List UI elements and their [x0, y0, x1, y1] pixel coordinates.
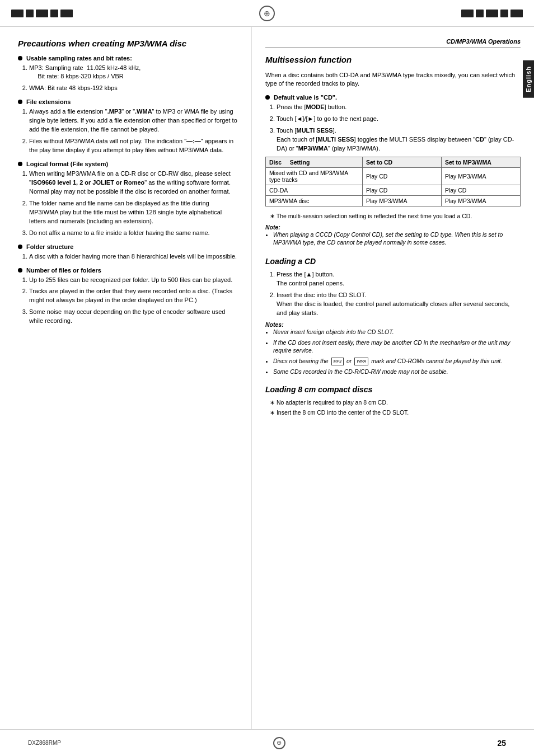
decor-block-4 — [50, 10, 58, 17]
table-row: MP3/WMA disc Play MP3/WMA Play MP3/WMA — [266, 196, 521, 206]
decor-block-1 — [11, 10, 24, 17]
note-label: Note: — [265, 224, 280, 231]
file-ext-item-2: Files without MP3/WMA data will not play… — [29, 137, 238, 155]
bullet-dot-2 — [18, 100, 22, 104]
compass-icon: ⊕ — [259, 6, 275, 21]
usable-item-1: MP3: Sampling rate 11.025 kHz-48 kHz, Bi… — [29, 64, 238, 82]
note-list: When playing a CCCD (Copy Control CD), s… — [273, 231, 521, 247]
folder-list: A disc with a folder having more than 8 … — [29, 252, 238, 261]
decor-block-r2 — [476, 10, 484, 17]
right-column: English CD/MP3/WMA Operations Multisessi… — [252, 27, 534, 729]
disc-icon-2: WMA — [354, 358, 368, 365]
num-files-heading: Number of files or folders — [18, 267, 238, 274]
loading-8cm-section: Loading 8 cm compact discs No adapter is… — [265, 385, 521, 417]
bottom-center-decor: ⊕ — [273, 737, 285, 749]
table-cell-disc-2: CD-DA — [266, 185, 363, 196]
table-row: CD-DA Play CD Play CD — [266, 185, 521, 196]
loading-cd-step-2: Insert the disc into the CD SLOT.When th… — [277, 291, 521, 318]
decor-block-r5 — [510, 10, 523, 17]
table-cell-cd-1: Play CD — [362, 168, 441, 185]
left-section-title: Precautions when creating MP3/WMA disc — [18, 38, 238, 49]
num-files-item-1: Up to 255 files can be recognized per fo… — [29, 276, 238, 285]
decor-block-5 — [60, 10, 73, 17]
multisession-intro: When a disc contains both CD-DA and MP3/… — [265, 71, 521, 89]
bullet-dot-4 — [18, 245, 22, 249]
table-cell-cd-2: Play CD — [362, 185, 441, 196]
file-ext-heading: File extensions — [18, 98, 238, 105]
usable-list: MP3: Sampling rate 11.025 kHz-48 kHz, Bi… — [29, 64, 238, 93]
top-bar: ⊕ — [0, 0, 534, 27]
asterisk-note-1: The multi-session selection setting is r… — [270, 212, 521, 220]
loading-note-1: Never insert foreign objects into the CD… — [273, 328, 521, 336]
table-cell-mp3-1: Play MP3/WMA — [441, 168, 520, 185]
decor-block-r3 — [486, 10, 498, 17]
folder-item-1: A disc with a folder having more than 8 … — [29, 252, 238, 261]
loading-notes-list: Never insert foreign objects into the CD… — [273, 328, 521, 376]
bottom-bar: DXZ868RMP ⊕ 25 — [0, 729, 534, 756]
table-cell-disc-1: Mixed with CD and MP3/WMA type tracks — [266, 168, 363, 185]
loading-notes-block: Notes: Never insert foreign objects into… — [265, 321, 521, 376]
logical-item-2: The folder name and file name can be dis… — [29, 199, 238, 226]
top-bar-left-decor — [11, 10, 73, 17]
loading-note-3: Discs not bearing the MP3 or WMA mark an… — [273, 357, 521, 365]
table-header-setcd: Set to CD — [362, 157, 441, 168]
disc-icon-1: MP3 — [331, 358, 344, 365]
loading-cd-step-1: Press the [▲] button.The control panel o… — [277, 270, 521, 288]
left-column: Precautions when creating MP3/WMA disc U… — [0, 27, 252, 729]
default-step-3: Touch [MULTI SESS].Each touch of [MULTI … — [277, 126, 521, 153]
table-cell-cd-3: Play MP3/WMA — [362, 196, 441, 206]
decor-block-2 — [26, 10, 34, 17]
table-cell-mp3-3: Play MP3/WMA — [441, 196, 520, 206]
loading-notes-label: Notes: — [265, 321, 284, 328]
section-header: CD/MP3/WMA Operations — [265, 38, 521, 48]
loading-cd-steps: Press the [▲] button.The control panel o… — [277, 270, 521, 318]
table-cell-disc-3: MP3/WMA disc — [266, 196, 363, 206]
table-header-setmp3: Set to MP3/WMA — [441, 157, 520, 168]
model-number: DXZ868RMP — [28, 740, 61, 746]
bullet-dot-1 — [18, 56, 22, 60]
logical-heading: Logical format (File system) — [18, 161, 238, 167]
top-bar-center-compass: ⊕ — [259, 6, 275, 21]
num-files-item-3: Some noise may occur depending on the ty… — [29, 308, 238, 326]
file-ext-list: Always add a file extension ".MP3" or ".… — [29, 107, 238, 155]
decor-block-r4 — [500, 10, 508, 17]
num-files-list: Up to 255 files can be recognized per fo… — [29, 276, 238, 326]
main-content: Precautions when creating MP3/WMA disc U… — [0, 27, 534, 729]
page-number: 25 — [497, 739, 506, 748]
default-steps-list: Press the [MODE] button. Touch [◄]/[►] t… — [277, 103, 521, 153]
logical-item-1: When writing MP3/WMA file on a CD-R disc… — [29, 170, 238, 196]
table-row: Mixed with CD and MP3/WMA type tracks Pl… — [266, 168, 521, 185]
decor-block-r1 — [461, 10, 474, 17]
loading-cd-title: Loading a CD — [265, 257, 521, 266]
bullet-dot-5 — [18, 268, 22, 273]
loading-8cm-note-1: No adapter is required to play an 8 cm C… — [270, 398, 521, 407]
logical-list: When writing MP3/WMA file on a CD-R disc… — [29, 170, 238, 238]
folder-heading: Folder structure — [18, 243, 238, 250]
multisession-table: Disc Setting Set to CD Set to MP3/WMA Mi… — [265, 157, 521, 206]
top-bar-right-decor — [461, 10, 523, 17]
decor-block-3 — [36, 10, 48, 17]
logical-item-3: Do not affix a name to a file inside a f… — [29, 229, 238, 238]
table-header-disc: Disc Setting — [266, 157, 363, 168]
multisession-title: Multisession function — [265, 54, 521, 65]
page-footer: DXZ868RMP ⊕ 25 — [11, 734, 523, 753]
loading-8cm-title: Loading 8 cm compact discs — [265, 385, 521, 394]
default-step-2: Touch [◄]/[►] to go to the next page. — [277, 115, 521, 124]
default-heading: Default value is "CD". — [265, 94, 521, 101]
bullet-dot-r1 — [265, 95, 270, 100]
loading-note-2: If the CD does not insert easily, there … — [273, 339, 521, 355]
usable-heading: Usable sampling rates and bit rates: — [18, 55, 238, 62]
bullet-dot-3 — [18, 162, 22, 166]
english-tab: English — [523, 60, 534, 98]
usable-item-2: WMA: Bit rate 48 kbps-192 kbps — [29, 84, 238, 93]
file-ext-item-1: Always add a file extension ".MP3" or ".… — [29, 107, 238, 134]
default-step-1: Press the [MODE] button. — [277, 103, 521, 112]
loading-8cm-note-2: Insert the 8 cm CD into the center of th… — [270, 408, 521, 417]
bottom-compass-icon: ⊕ — [273, 737, 285, 749]
loading-cd-section: Loading a CD Press the [▲] button.The co… — [265, 257, 521, 376]
num-files-item-2: Tracks are played in the order that they… — [29, 287, 238, 305]
loading-note-4: Some CDs recorded in the CD-R/CD-RW mode… — [273, 368, 521, 376]
table-cell-mp3-2: Play CD — [441, 185, 520, 196]
note-block: Note: When playing a CCCD (Copy Control … — [265, 224, 521, 247]
note-item-1: When playing a CCCD (Copy Control CD), s… — [273, 231, 521, 247]
